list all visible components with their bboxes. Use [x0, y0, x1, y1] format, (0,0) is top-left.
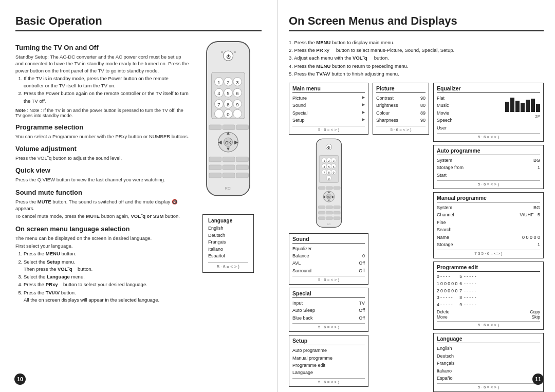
right-page-title: On Screen Menus and Displays [289, 14, 544, 31]
picture-menu-panel: Picture Contrast 90 Brightness 80 Colour… [373, 83, 429, 135]
section-body-volume: Press the VOL˜q button to adjust the sou… [15, 155, 190, 161]
lang-panel-footer: 5 · 6 = < > ) [437, 383, 540, 389]
left-remote-column: ⏻ 1 2 3 4 5 6 [195, 39, 262, 304]
svg-rect-43 [236, 165, 249, 170]
lang-item-francais: Français [208, 239, 248, 246]
prog-edit-actions: Delete Copy [437, 309, 540, 314]
eq-item-flat: Flat [437, 95, 502, 102]
svg-text:1: 1 [323, 159, 325, 162]
manual-prog-storage: Storage 1 [437, 241, 540, 248]
setup-item-manualprog: Manual programme [292, 354, 365, 362]
eq-bar-6 [531, 99, 535, 112]
svg-text:6: 6 [332, 165, 334, 168]
left-text-column: Turning the TV On and Off Standby Setup:… [15, 39, 190, 304]
svg-text:3: 3 [236, 80, 238, 85]
picture-menu-title: Picture [376, 85, 425, 93]
manual-prog-name: Name 0 0 0 0 0 [437, 234, 540, 241]
svg-rect-29 [223, 125, 235, 130]
section-title-quickview: Quick view [15, 166, 190, 174]
equalizer-content: Flat Music Movie Speech User [437, 95, 540, 132]
prog-edit-rows: 0 - - - - 1 0 0 0 0 0 2 0 0 0 0 0 3 - - … [437, 273, 540, 308]
section-title-volume: Volume adjustment [15, 145, 190, 153]
svg-point-27 [233, 109, 242, 118]
eq-bar-2 [510, 98, 514, 112]
svg-text:RCI: RCI [225, 186, 231, 191]
svg-text:▼: ▼ [226, 146, 231, 152]
pic-item-brightness: Brightness 80 [376, 102, 425, 109]
section-body-programme: You can select a Programme number with t… [15, 133, 190, 140]
svg-rect-82 [318, 206, 325, 209]
section-body-soundmute-2: To cancel mute mode, press the MUTE butt… [15, 213, 190, 219]
svg-rect-73 [326, 186, 332, 189]
svg-rect-30 [236, 125, 249, 130]
svg-text:7: 7 [323, 171, 325, 174]
sound-item-equalizer: Equalizer [292, 245, 365, 252]
equalizer-panel: Equalizer Flat Music Movie Speech User [433, 83, 544, 142]
svg-rect-90 [334, 216, 340, 219]
svg-text:⏻: ⏻ [226, 54, 231, 59]
special-menu-title: Special [292, 290, 365, 298]
svg-rect-46 [236, 173, 249, 178]
svg-rect-74 [334, 186, 340, 189]
svg-text:⏻: ⏻ [327, 146, 330, 149]
svg-point-24 [215, 109, 224, 118]
svg-rect-86 [326, 211, 332, 214]
svg-rect-41 [209, 165, 221, 170]
eq-item-music: Music [437, 102, 502, 109]
list-item: Press the MENU button. [24, 250, 190, 257]
main-menu-title: Main menu [292, 85, 365, 93]
svg-rect-88 [318, 216, 325, 219]
svg-rect-72 [318, 186, 325, 189]
setup-item-language: Language [292, 369, 365, 376]
svg-rect-83 [326, 206, 332, 209]
list-item: Select the Setup menu.Then press the VOL… [24, 258, 190, 273]
auto-programme-panel: Auto programme System BG Storage from 1 … [433, 145, 544, 189]
svg-rect-87 [334, 211, 340, 214]
pic-item-contrast: Contrast 90 [376, 95, 425, 102]
auto-prog-storage: Storage from 1 [437, 164, 540, 171]
menu-item-setup: Setup ▶ [292, 117, 365, 124]
svg-rect-40 [236, 157, 249, 162]
small-remote-wrapper: ⏻ 1 2 3 4 5 6 7 8 [289, 138, 368, 230]
svg-text:8: 8 [227, 102, 229, 107]
svg-rect-28 [209, 125, 221, 130]
equalizer-footer: 5 · 6 = < > ) [437, 133, 540, 139]
setup-menu-title: Setup [292, 338, 365, 345]
manual-prog-fine: Fine [437, 219, 540, 226]
auto-prog-system: System BG [437, 157, 540, 164]
language-box-left: Language English Deutsch Français Italia… [202, 214, 254, 273]
right-main-content: Main menu Picture ▶ Sound ▶ Special ▶ Se… [289, 83, 544, 392]
svg-rect-38 [209, 157, 221, 162]
eq-bar-3 [515, 101, 520, 112]
manual-prog-search: Search [437, 226, 540, 233]
sound-menu-title: Sound [292, 236, 365, 244]
eq-bar-1 [505, 102, 509, 112]
manual-prog-footer: 7 3 5 · 6 = < > ) [437, 250, 540, 256]
svg-text:9: 9 [236, 102, 238, 107]
manual-prog-system: System BG [437, 204, 540, 211]
svg-text:8: 8 [328, 171, 329, 174]
svg-text:6: 6 [236, 90, 238, 96]
equalizer-bars-area: 2P [505, 95, 540, 119]
eq-item-movie: Movie [437, 109, 502, 117]
setup-item-progedit: Programme edit [292, 362, 365, 369]
section-title-programme: Programme selection [15, 123, 190, 131]
svg-text:2: 2 [227, 80, 229, 85]
page-number-right: 11 [532, 374, 544, 385]
svg-text:0: 0 [227, 111, 229, 117]
eq-bar-4 [521, 103, 525, 112]
left-page-title: Basic Operation [15, 14, 262, 31]
equalizer-badge: 2P [535, 114, 540, 119]
page-right: On Screen Menus and Displays 1. Press th… [278, 0, 555, 392]
svg-text:5: 5 [328, 165, 329, 168]
manual-prog-channel: Channel V/UHF 5 [437, 211, 540, 218]
lang-panel-english: English [437, 345, 540, 352]
special-item-autosleep: Auto Sleep Off [292, 307, 365, 314]
svg-text:▲: ▲ [226, 130, 231, 136]
auto-prog-start: Start [437, 172, 540, 179]
section-body-quickview: Press the Q.VIEW button to view the last… [15, 176, 190, 183]
intro-step-4: 4. Press the MENU button to return to pr… [289, 62, 544, 70]
sound-menu-panel: Sound Equalizer Balance 0 AVL Off Surrou… [289, 233, 368, 285]
lang-panel-espanol: Español [437, 375, 540, 382]
setup-menu-footer: 5 · 6 = < > ) [292, 378, 365, 384]
